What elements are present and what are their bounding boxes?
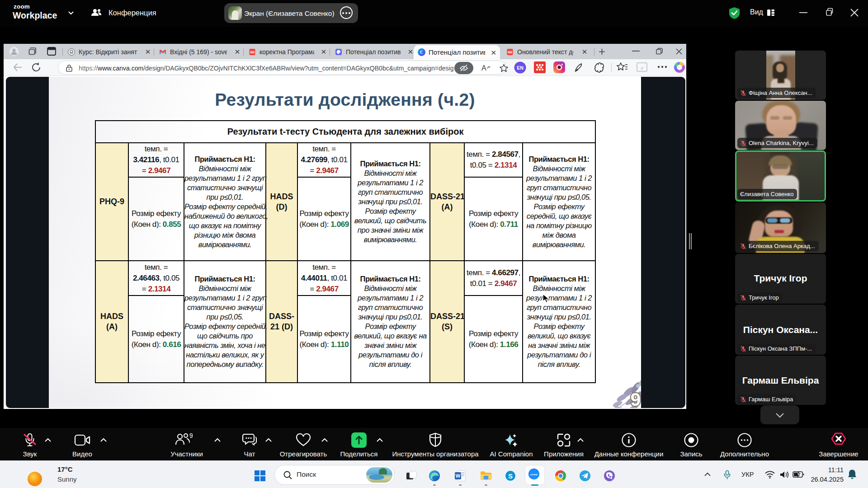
svg-text:S: S — [508, 472, 513, 480]
svg-text:zoom: zoom — [530, 473, 538, 476]
svg-text:PDF: PDF — [508, 52, 512, 53]
svg-text:A: A — [481, 64, 486, 72]
svg-text:EN: EN — [517, 65, 524, 70]
svg-text:W: W — [456, 473, 461, 479]
svg-text:PDF: PDF — [250, 52, 254, 53]
svg-text:9: 9 — [189, 432, 193, 439]
svg-text:C: C — [420, 50, 423, 55]
svg-text:9: 9 — [631, 389, 641, 408]
svg-text:e: e — [641, 64, 644, 71]
